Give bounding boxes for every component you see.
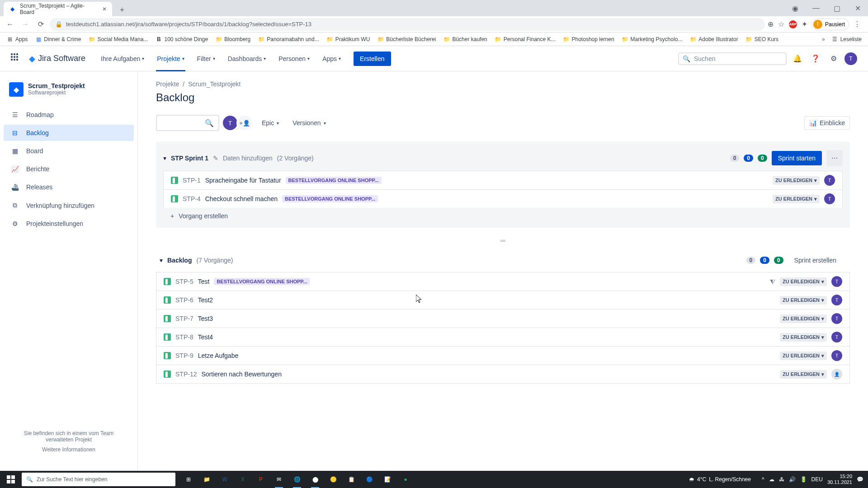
bookmark-item[interactable]: 📁Panoramabahn und...	[255, 36, 321, 43]
issue-key[interactable]: STP-12	[175, 371, 197, 378]
edit-icon[interactable]: ✎	[213, 155, 218, 162]
versions-filter[interactable]: Versionen▾	[288, 117, 330, 129]
explorer-icon[interactable]: 📁	[198, 471, 215, 488]
bookmark-item[interactable]: 📁Bücherliste Bücherei	[374, 36, 439, 43]
issue-row[interactable]: ▋ STP-12 Sortieren nach Bewertungen ZU E…	[156, 365, 850, 384]
search-input[interactable]: 🔍 Suchen	[678, 52, 787, 65]
overflow-icon[interactable]: »	[822, 36, 825, 42]
nav-people[interactable]: Personen▾	[274, 46, 314, 71]
sidebar-item-settings[interactable]: ⚙Projekteinstellungen	[4, 216, 134, 232]
create-issue-button[interactable]: + Vorgang erstellen	[163, 208, 843, 224]
app-switcher-icon[interactable]	[11, 53, 22, 64]
windows-search[interactable]: 🔍Zur Suche Text hier eingeben	[22, 473, 175, 486]
user-avatar[interactable]: T	[844, 52, 857, 65]
status-dropdown[interactable]: ZU ERLEDIGEN▾	[773, 195, 820, 203]
word-icon[interactable]: W	[216, 471, 233, 488]
bookmark-item[interactable]: 📁SEO Kurs	[743, 36, 781, 43]
sidebar-item-releases[interactable]: 🚢Releases	[4, 179, 134, 195]
bookmark-item[interactable]: 📁Praktikum WU	[324, 36, 373, 43]
url-field[interactable]: 🔒 testdeutsch1.atlassian.net/jira/softwa…	[50, 18, 765, 31]
minimize-button[interactable]: —	[806, 0, 826, 16]
bookmark-item[interactable]: 📁Photoshop lernen	[560, 36, 617, 43]
status-dropdown[interactable]: ZU ERLEDIGEN▾	[780, 314, 827, 323]
nav-filters[interactable]: Filter▾	[193, 46, 220, 71]
kebab-icon[interactable]: ⋮	[854, 20, 861, 28]
sidebar-footer-link[interactable]: Weitere Informationen	[11, 446, 127, 453]
extensions-icon[interactable]: ✦	[802, 20, 807, 28]
jira-logo[interactable]: ◆ Jira Software	[29, 54, 85, 64]
onedrive-icon[interactable]: ☁	[769, 476, 774, 483]
bookmark-item[interactable]: 📁Bücher kaufen	[440, 36, 490, 43]
obs-icon[interactable]: ⬤	[307, 471, 324, 488]
issue-key[interactable]: STP-1	[183, 177, 201, 184]
tray-chevron-icon[interactable]: ^	[762, 476, 764, 483]
epic-badge[interactable]: BESTELLVORGANG ONLINE SHOPP...	[286, 177, 382, 184]
issue-key[interactable]: STP-4	[183, 195, 201, 202]
settings-icon[interactable]: ⚙	[826, 52, 841, 66]
network-icon[interactable]: 🖧	[779, 476, 784, 483]
bookmark-item[interactable]: ▦Dinner & Crime	[32, 36, 84, 43]
sidebar-item-roadmap[interactable]: ☰Roadmap	[4, 107, 134, 123]
back-button[interactable]: ←	[4, 18, 16, 31]
notepad-icon[interactable]: 📝	[379, 471, 396, 488]
collapse-toggle[interactable]: ▾	[160, 257, 163, 264]
maximize-button[interactable]: ▢	[826, 0, 847, 16]
excel-icon[interactable]: X	[234, 471, 251, 488]
notifications-icon[interactable]: 🔔	[790, 52, 805, 66]
zoom-icon[interactable]: ⊕	[768, 20, 774, 28]
nav-your-work[interactable]: Ihre Aufgaben▾	[96, 46, 149, 71]
close-window-button[interactable]: ✕	[847, 0, 868, 16]
profile-chip[interactable]: T Pausiert	[812, 19, 849, 30]
epic-badge[interactable]: BESTELLVORGANG ONLINE SHOPP...	[282, 195, 378, 202]
close-icon[interactable]: ✕	[102, 6, 107, 12]
status-dropdown[interactable]: ZU ERLEDIGEN▾	[780, 352, 827, 360]
issue-row[interactable]: ▋ STP-7 Test3 ZU ERLEDIGEN▾ T	[156, 309, 850, 328]
bookmark-item[interactable]: 📁Adobe Illustrator	[687, 36, 741, 43]
resize-handle[interactable]: ═	[156, 233, 850, 249]
project-header[interactable]: ◆ Scrum_Testprojekt Softwareprojekt	[4, 82, 134, 106]
sidebar-item-reports[interactable]: 📈Berichte	[4, 161, 134, 177]
sidebar-item-add-link[interactable]: ⧉Verknüpfung hinzufügen	[4, 197, 134, 214]
tree-icon[interactable]: ⧨	[770, 278, 775, 286]
issue-key[interactable]: STP-9	[175, 352, 193, 359]
star-icon[interactable]: ☆	[778, 20, 784, 28]
sprint-name[interactable]: STP Sprint 1	[171, 155, 208, 162]
bookmark-item[interactable]: 📁Marketing Psycholo...	[619, 36, 685, 43]
help-icon[interactable]: ❓	[808, 52, 823, 66]
issue-key[interactable]: STP-8	[175, 333, 193, 341]
issue-row[interactable]: ▋ STP-5 Test BESTELLVORGANG ONLINE SHOPP…	[156, 272, 850, 291]
clock[interactable]: 15:20 30.11.2021	[827, 474, 852, 485]
reload-button[interactable]: ⟳	[34, 18, 47, 31]
browser-tab[interactable]: ◆ Scrum_Testprojekt – Agile-Board ✕	[4, 2, 112, 16]
assignee-avatar[interactable]: T	[824, 175, 835, 186]
crumb-projects[interactable]: Projekte	[156, 80, 179, 88]
edge-icon[interactable]: 🔵	[361, 471, 378, 488]
issue-row[interactable]: ▋ STP-1 Spracheingabe für Tastatur BESTE…	[163, 171, 843, 189]
create-button[interactable]: Erstellen	[354, 52, 391, 66]
create-sprint-button[interactable]: Sprint erstellen	[788, 253, 843, 267]
reading-list[interactable]: ☰Leseliste	[829, 36, 864, 43]
task-view-button[interactable]: ⊞	[180, 471, 197, 488]
issue-key[interactable]: STP-7	[175, 315, 193, 322]
add-dates-link[interactable]: Daten hinzufügen	[223, 155, 273, 162]
bookmark-item[interactable]: B100 schöne Dinge	[152, 36, 211, 43]
mail-icon[interactable]: ✉	[270, 471, 288, 488]
sidebar-item-backlog[interactable]: ⊟Backlog	[4, 125, 134, 141]
powerpoint-icon[interactable]: P	[252, 471, 269, 488]
status-dropdown[interactable]: ZU ERLEDIGEN▾	[773, 176, 820, 185]
assignee-avatar[interactable]: T	[831, 295, 842, 305]
app-icon[interactable]: 🟡	[325, 471, 342, 488]
bookmark-item[interactable]: 📁Bloomberg	[212, 36, 253, 43]
weather-widget[interactable]: 🌧 4°C L. Regen/Schnee	[689, 476, 751, 483]
assignee-avatar[interactable]: T	[824, 193, 835, 204]
unassigned-avatar[interactable]: 👤	[831, 369, 842, 380]
issue-key[interactable]: STP-6	[175, 296, 193, 304]
issue-row[interactable]: ▋ STP-9 Letze Aufgabe ZU ERLEDIGEN▾ T	[156, 346, 850, 365]
collapse-toggle[interactable]: ▾	[163, 155, 166, 162]
issue-row[interactable]: ▋ STP-8 Test4 ZU ERLEDIGEN▾ T	[156, 328, 850, 346]
assignee-avatar[interactable]: T	[831, 350, 842, 361]
status-dropdown[interactable]: ZU ERLEDIGEN▾	[780, 296, 827, 305]
sidebar-item-board[interactable]: ▦Board	[4, 143, 134, 159]
status-dropdown[interactable]: ZU ERLEDIGEN▾	[780, 333, 827, 342]
start-button[interactable]	[0, 471, 22, 488]
